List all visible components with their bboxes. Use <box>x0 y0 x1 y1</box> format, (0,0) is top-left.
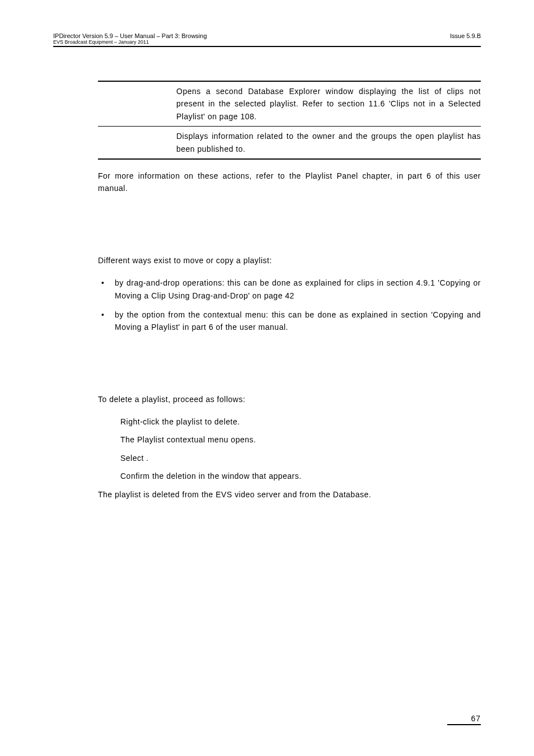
page-number: 67 <box>447 714 481 723</box>
header-left: IPDirector Version 5.9 – User Manual – P… <box>53 32 207 45</box>
table-row: Opens a second Database Explorer window … <box>98 82 481 126</box>
footer-rule <box>447 724 481 725</box>
table-row: Displays information related to the owne… <box>98 127 481 158</box>
section-heading-copy <box>98 225 481 240</box>
step-text: Right-click the playlist to delete. <box>120 416 481 428</box>
divider <box>98 158 481 160</box>
page-header: IPDirector Version 5.9 – User Manual – P… <box>53 32 481 45</box>
table-cell-right: Opens a second Database Explorer window … <box>176 85 481 123</box>
step-text: The Playlist contextual menu opens. <box>120 433 481 446</box>
page-container: IPDirector Version 5.9 – User Manual – P… <box>0 0 534 756</box>
header-subtitle: EVS Broadcast Equipment – January 2011 <box>53 39 207 45</box>
paragraph: For more information on these actions, r… <box>98 170 481 195</box>
page-footer: 67 <box>447 714 481 725</box>
table-cell-right: Displays information related to the owne… <box>176 130 481 155</box>
bullet-list: by drag-and-drop operations: this can be… <box>98 277 481 334</box>
step-text: Select . <box>120 452 481 464</box>
header-title: IPDirector Version 5.9 – User Manual – P… <box>53 32 207 39</box>
list-item: by drag-and-drop operations: this can be… <box>98 277 481 302</box>
table-cell-left <box>98 85 176 123</box>
actions-table: Opens a second Database Explorer window … <box>98 81 481 160</box>
header-issue: Issue 5.9.B <box>450 32 481 39</box>
paragraph: To delete a playlist, proceed as follows… <box>98 393 481 405</box>
list-item: by the option from the contextual menu: … <box>98 309 481 334</box>
section-heading-delete <box>98 364 481 379</box>
header-rule <box>53 46 481 47</box>
table-cell-left <box>98 130 176 155</box>
step-text: Confirm the deletion in the window that … <box>120 470 481 482</box>
steps-block: Right-click the playlist to delete. The … <box>120 416 481 483</box>
paragraph: The playlist is deleted from the EVS vid… <box>98 488 481 501</box>
main-content: Opens a second Database Explorer window … <box>98 81 481 501</box>
paragraph: Different ways exist to move or copy a p… <box>98 254 481 267</box>
